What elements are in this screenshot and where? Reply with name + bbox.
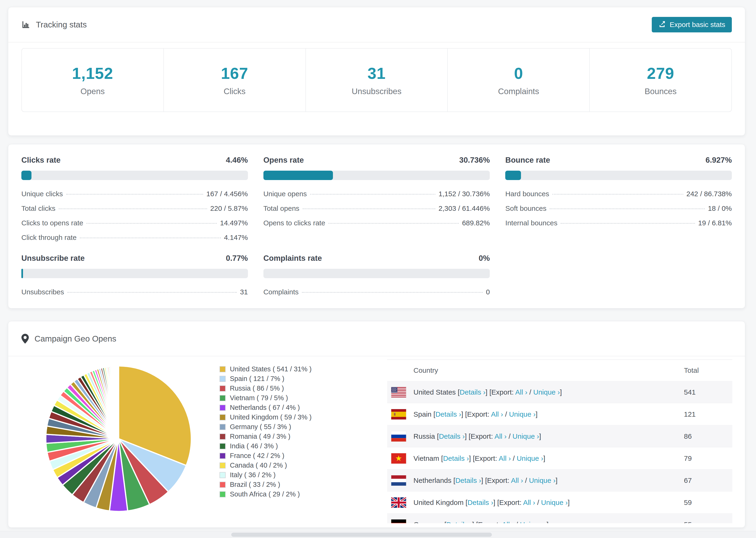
details-link[interactable]: Details ›	[455, 476, 481, 484]
export-all-link[interactable]: All ›	[511, 476, 523, 484]
export-unique-link[interactable]: Unique ›	[520, 521, 547, 523]
rate-detail-row: Hard bounces242 / 86.738%	[505, 190, 732, 198]
legend-color-swatch	[220, 462, 226, 468]
slash: /	[527, 388, 533, 396]
horizontal-scrollbar-track[interactable]	[0, 531, 756, 538]
bracket: ]	[536, 410, 537, 418]
export-unique-link[interactable]: Unique ›	[509, 410, 536, 418]
dotted-leader	[66, 194, 203, 194]
rate-detail-list: Complaints0	[263, 288, 490, 296]
export-all-link[interactable]: All ›	[499, 455, 511, 462]
legend-color-swatch	[220, 472, 226, 478]
flag-vn-icon	[391, 453, 413, 464]
rate-detail-row: Click through rate4.147%	[21, 234, 248, 242]
rate-detail-value: 4.147%	[224, 234, 248, 242]
rate-card-header: Unsubscribe rate0.77%	[21, 254, 248, 263]
stat-label: Clicks	[224, 86, 245, 96]
total-cell: 121	[684, 410, 729, 418]
details-link[interactable]: Details ›	[435, 410, 461, 418]
table-row: Germany [Details ›] [Export: All › / Uni…	[387, 513, 732, 523]
stat-box: 31Unsubscribes	[306, 49, 448, 112]
stat-box: 167Clicks	[164, 49, 306, 112]
rate-card-header: Complaints rate0%	[263, 254, 490, 263]
dotted-leader	[328, 223, 459, 224]
flag-nl-icon	[391, 475, 413, 486]
slash: /	[507, 432, 513, 440]
legend-color-swatch	[220, 491, 226, 497]
geo-header: Campaign Geo Opens	[8, 321, 745, 356]
rate-detail-list: Unique opens1,152 / 30.736%Total opens2,…	[263, 190, 490, 227]
export-unique-link[interactable]: Unique ›	[513, 432, 539, 440]
export-all-link[interactable]: All ›	[491, 410, 503, 418]
rate-detail-list: Unique clicks167 / 4.456%Total clicks220…	[21, 190, 248, 242]
stat-label: Complaints	[498, 86, 539, 96]
legend-color-swatch	[220, 424, 226, 430]
dotted-leader	[86, 223, 217, 224]
export-unique-link[interactable]: Unique ›	[517, 455, 543, 462]
rate-card-header: Opens rate30.736%	[263, 156, 490, 165]
table-row: Vietnam [Details ›] [Export: All › / Uni…	[387, 447, 732, 469]
export-label: ] [Export:	[465, 432, 495, 440]
rate-detail-value: 242 / 86.738%	[686, 190, 732, 198]
export-all-link[interactable]: All ›	[502, 521, 514, 523]
export-unique-link[interactable]: Unique ›	[541, 499, 568, 506]
dotted-leader	[80, 238, 221, 238]
legend-color-swatch	[220, 482, 226, 488]
rate-detail-value: 2,303 / 61.446%	[439, 204, 490, 212]
rate-detail-row: Unsubscribes31	[21, 288, 248, 296]
rate-detail-list: Hard bounces242 / 86.738%Soft bounces18 …	[505, 190, 732, 227]
rate-detail-label: Opens to clicks rate	[263, 219, 325, 227]
horizontal-scrollbar-thumb[interactable]	[231, 533, 492, 537]
details-link[interactable]: Details ›	[443, 455, 469, 462]
rate-detail-label: Unique clicks	[21, 190, 63, 198]
export-all-link[interactable]: All ›	[515, 388, 527, 396]
country-cell: Netherlands [Details ›] [Export: All › /…	[413, 476, 684, 484]
details-link[interactable]: Details ›	[460, 388, 486, 396]
stat-box: 0Complaints	[448, 49, 590, 112]
bracket: [	[441, 455, 443, 462]
details-link[interactable]: Details ›	[439, 432, 465, 440]
details-link[interactable]: Details ›	[446, 521, 472, 523]
rate-value: 4.46%	[226, 156, 248, 165]
export-unique-link[interactable]: Unique ›	[529, 476, 556, 484]
rate-card: Unsubscribe rate0.77%Unsubscribes31	[21, 254, 248, 296]
rate-detail-label: Complaints	[263, 288, 298, 296]
progress-bar	[21, 269, 248, 278]
total-cell: 541	[684, 388, 729, 396]
stat-value: 1,152	[72, 64, 113, 82]
bracket: [	[458, 388, 459, 396]
total-cell: 67	[684, 476, 729, 484]
rate-detail-label: Total opens	[263, 204, 299, 212]
export-unique-link[interactable]: Unique ›	[533, 388, 560, 396]
rate-detail-row: Internal bounces19 / 6.81%	[505, 219, 732, 227]
geo-table-header: CountryTotal	[387, 360, 732, 381]
rate-detail-row: Opens to clicks rate689.82%	[263, 219, 490, 227]
legend-color-swatch	[220, 414, 226, 420]
stat-value: 167	[221, 64, 248, 82]
legend-item: Canada ( 40 / 2% )	[220, 460, 311, 470]
table-row: United Kingdom [Details ›] [Export: All …	[387, 491, 732, 513]
progress-bar-fill	[263, 171, 333, 180]
progress-bar-fill	[505, 171, 521, 180]
export-label: ] [Export:	[472, 521, 502, 523]
legend-item: Brazil ( 33 / 2% )	[220, 480, 311, 489]
details-link[interactable]: Details ›	[467, 499, 493, 506]
table-row: United States [Details ›] [Export: All ›…	[387, 381, 732, 403]
legend-item: Vietnam ( 79 / 5% )	[220, 393, 311, 403]
rate-value: 0%	[479, 254, 490, 263]
total-cell: 59	[684, 499, 729, 507]
rate-detail-row: Complaints0	[263, 288, 490, 296]
rate-title: Complaints rate	[263, 254, 322, 263]
rate-detail-row: Clicks to opens rate14.497%	[21, 219, 248, 227]
stat-box: 1,152Opens	[22, 49, 164, 112]
rate-title: Clicks rate	[21, 156, 61, 165]
progress-bar	[263, 171, 490, 180]
total-cell: 55	[684, 521, 729, 523]
export-all-link[interactable]: All ›	[523, 499, 535, 506]
export-basic-stats-button[interactable]: Export basic stats	[652, 17, 732, 32]
bracket: ]	[556, 476, 557, 484]
rates-card: Clicks rate4.46%Unique clicks167 / 4.456…	[8, 144, 745, 308]
export-all-link[interactable]: All ›	[495, 432, 507, 440]
legend-label: Italy ( 36 / 2% )	[230, 471, 276, 479]
rate-detail-label: Unique opens	[263, 190, 307, 198]
